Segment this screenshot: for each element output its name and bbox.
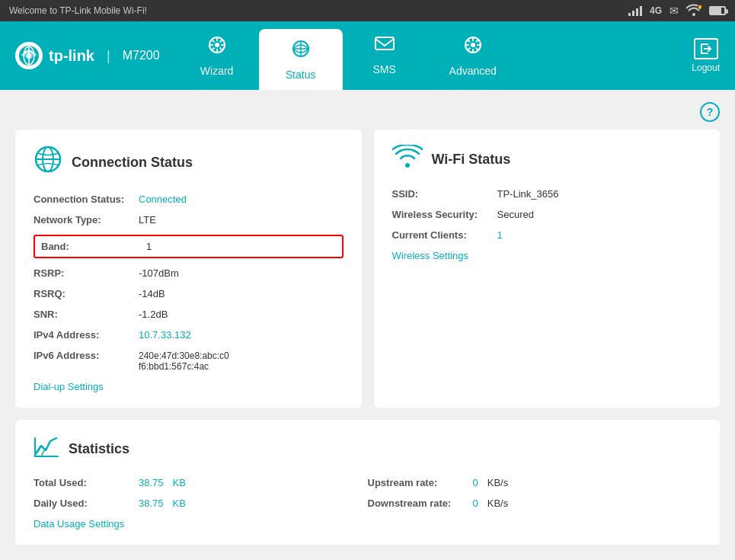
connection-status-row: Connection Status: Connected xyxy=(34,194,344,205)
connection-status-title: Connection Status xyxy=(72,155,193,171)
upstream-rate-value: 0 xyxy=(473,477,478,488)
current-clients-label: Current Clients: xyxy=(392,229,491,241)
ipv6-value: 240e:47d:30e8:abc:c0f6:bbd1:567c:4ac xyxy=(139,350,229,372)
svg-point-13 xyxy=(471,43,475,47)
total-used-unit: KB xyxy=(173,477,186,488)
help-button[interactable]: ? xyxy=(700,102,720,122)
upstream-rate-label: Upstream rate: xyxy=(368,477,467,488)
upstream-rate-unit: KB/s xyxy=(487,477,508,488)
dialup-settings-link[interactable]: Dial-up Settings xyxy=(34,381,344,392)
wireless-security-value: Secured xyxy=(497,209,534,220)
status-bar: Welcome to TP-Link Mobile Wi-Fi! 4G ✉ 1 xyxy=(0,0,735,21)
downstream-rate-value: 0 xyxy=(473,498,478,509)
rsrq-label: RSRQ: xyxy=(34,288,133,299)
ipv4-label: IPv4 Address: xyxy=(34,329,133,341)
rsrp-label: RSRP: xyxy=(34,267,133,279)
status-bar-title: Welcome to TP-Link Mobile Wi-Fi! xyxy=(9,5,147,16)
nav-item-sms[interactable]: SMS xyxy=(343,21,427,90)
conn-status-value: Connected xyxy=(139,194,187,205)
daily-used-value: 38.75 xyxy=(139,498,164,509)
logout-label: Logout xyxy=(692,62,720,73)
logout-icon xyxy=(694,38,718,59)
wifi-status-header: Wi-Fi Status xyxy=(392,145,702,174)
wireless-security-row: Wireless Security: Secured xyxy=(392,209,702,220)
wireless-settings-link[interactable]: Wireless Settings xyxy=(392,250,702,261)
rsrq-value: -14dB xyxy=(139,288,165,299)
band-row: Band: 1 xyxy=(34,235,344,258)
nav-items: Wizard Status SMS xyxy=(175,21,677,90)
nav-item-wizard[interactable]: Wizard xyxy=(175,21,259,90)
downstream-rate-unit: KB/s xyxy=(487,498,508,509)
logo-model-text: M7200 xyxy=(123,49,160,62)
connection-status-header: Connection Status xyxy=(34,145,344,180)
globe-icon xyxy=(34,145,62,180)
wizard-icon xyxy=(206,34,228,60)
current-clients-row: Current Clients: 1 xyxy=(392,229,702,241)
logout-button[interactable]: Logout xyxy=(676,21,735,90)
rsrq-row: RSRQ: -14dB xyxy=(34,288,344,299)
band-value: 1 xyxy=(146,241,152,252)
logo-brand-text: tp-link xyxy=(49,47,94,65)
snr-value: -1.2dB xyxy=(139,309,168,320)
band-label: Band: xyxy=(41,241,140,252)
statistics-header: Statistics xyxy=(34,435,701,463)
daily-used-row: Daily Used: 38.75 KB xyxy=(34,498,368,509)
battery-icon xyxy=(709,6,726,15)
ssid-row: SSID: TP-Link_3656 xyxy=(392,188,702,200)
conn-status-label: Connection Status: xyxy=(34,194,133,205)
logo-area: tp-link | M7200 xyxy=(0,21,175,90)
logo-circle-icon xyxy=(15,42,43,69)
snr-row: SNR: -1.2dB xyxy=(34,309,344,320)
advanced-icon xyxy=(462,34,484,60)
statistics-title: Statistics xyxy=(69,441,129,457)
main-content: ? Connection Status Connection Status: xyxy=(0,90,735,557)
wifi-large-icon xyxy=(392,145,423,174)
statistics-card: Statistics Total Used: 38.75 KB Daily Us… xyxy=(15,420,720,545)
nav-item-status[interactable]: Status xyxy=(259,29,343,90)
logo-divider: | xyxy=(107,48,110,64)
network-type-value: LTE xyxy=(139,214,156,226)
sms-icon xyxy=(374,36,395,59)
ssid-value: TP-Link_3656 xyxy=(497,188,559,200)
rsrp-row: RSRP: -107dBm xyxy=(34,267,344,279)
top-cards-row: Connection Status Connection Status: Con… xyxy=(15,130,720,408)
statistics-content: Total Used: 38.75 KB Daily Used: 38.75 K… xyxy=(34,477,701,530)
network-type-label: Network Type: xyxy=(34,214,133,226)
nav-status-label: Status xyxy=(286,69,316,81)
svg-point-7 xyxy=(215,43,219,47)
nav-sms-label: SMS xyxy=(372,63,395,75)
stats-right: Upstream rate: 0 KB/s Downstream rate: 0… xyxy=(368,477,702,530)
chart-icon xyxy=(34,435,59,463)
wifi-status-icon: 1 xyxy=(686,4,701,18)
network-type-badge: 4G xyxy=(650,5,662,16)
help-button-row: ? xyxy=(15,102,720,122)
ssid-label: SSID: xyxy=(392,188,491,200)
data-usage-settings-link[interactable]: Data Usage Settings xyxy=(34,518,368,530)
rsrp-value: -107dBm xyxy=(139,267,179,279)
tp-link-logo: tp-link | M7200 xyxy=(15,42,160,69)
nav-item-advanced[interactable]: Advanced xyxy=(427,21,519,90)
daily-used-unit: KB xyxy=(173,498,186,509)
wifi-status-card: Wi-Fi Status SSID: TP-Link_3656 Wireless… xyxy=(374,130,721,408)
nav-advanced-label: Advanced xyxy=(449,65,497,77)
signal-bars-icon xyxy=(628,5,642,16)
downstream-rate-row: Downstream rate: 0 KB/s xyxy=(368,498,702,509)
total-used-row: Total Used: 38.75 KB xyxy=(34,477,368,488)
snr-label: SNR: xyxy=(34,309,133,320)
connection-status-card: Connection Status Connection Status: Con… xyxy=(15,130,362,408)
ipv4-row: IPv4 Address: 10.7.33.132 xyxy=(34,329,344,341)
svg-rect-11 xyxy=(375,37,394,50)
current-clients-value: 1 xyxy=(497,229,503,241)
navigation: tp-link | M7200 Wizard xyxy=(0,21,735,90)
daily-used-label: Daily Used: xyxy=(34,498,133,509)
total-used-value: 38.75 xyxy=(139,477,164,488)
ipv6-row: IPv6 Address: 240e:47d:30e8:abc:c0f6:bbd… xyxy=(34,350,344,372)
network-type-row: Network Type: LTE xyxy=(34,214,344,226)
status-bar-icons: 4G ✉ 1 xyxy=(628,4,726,18)
mail-icon: ✉ xyxy=(669,5,679,17)
downstream-rate-label: Downstream rate: xyxy=(368,498,467,509)
ipv4-value: 10.7.33.132 xyxy=(139,329,191,341)
wifi-status-title: Wi-Fi Status xyxy=(432,152,511,168)
ipv6-label: IPv6 Address: xyxy=(34,350,133,361)
upstream-rate-row: Upstream rate: 0 KB/s xyxy=(368,477,702,488)
